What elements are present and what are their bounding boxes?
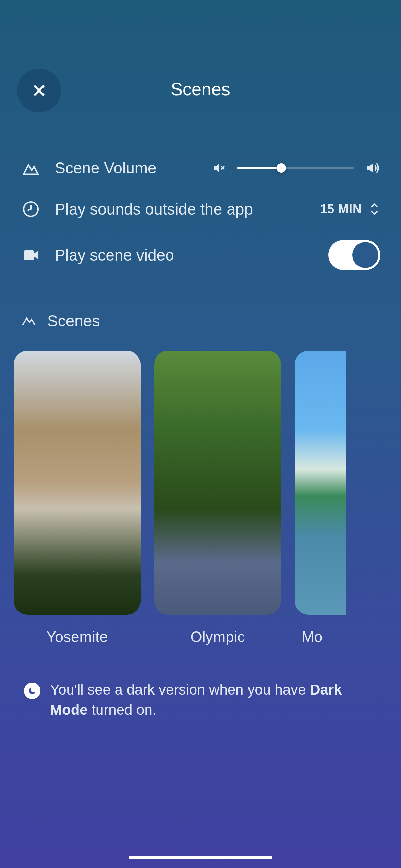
scenes-label: Scenes xyxy=(47,312,100,330)
scenes-header: Scenes xyxy=(21,312,401,351)
volume-slider-fill xyxy=(237,167,281,169)
chevron-down-icon xyxy=(368,209,380,216)
play-video-toggle[interactable] xyxy=(328,240,380,270)
play-outside-label: Play sounds outside the app xyxy=(55,200,320,218)
setting-play-outside: Play sounds outside the app 15 MIN xyxy=(21,189,380,230)
scene-name: Mo xyxy=(295,628,346,646)
scene-image xyxy=(14,351,141,615)
scenes-section: Scenes nali Yosemite Olympic Mo xyxy=(0,294,401,646)
chevron-up-icon xyxy=(368,203,380,209)
dark-mode-text: You'll see a dark version when you have … xyxy=(50,680,374,720)
play-video-label: Play scene video xyxy=(55,246,328,264)
close-button[interactable] xyxy=(17,69,61,112)
scene-image xyxy=(295,351,346,615)
scene-image xyxy=(154,351,281,615)
setting-scene-volume: Scene Volume xyxy=(21,147,380,189)
toggle-knob xyxy=(352,242,378,268)
settings-list: Scene Volume xyxy=(0,120,401,280)
mountains-small-icon xyxy=(21,313,37,329)
close-icon xyxy=(31,82,47,99)
svg-rect-1 xyxy=(24,250,34,260)
setting-play-video: Play scene video xyxy=(21,230,380,280)
note-before: You'll see a dark version when you have xyxy=(50,682,310,698)
scene-card-mo[interactable]: Mo xyxy=(295,351,346,646)
clock-icon xyxy=(21,199,41,219)
stepper-arrows[interactable] xyxy=(368,203,380,216)
video-icon xyxy=(21,245,41,265)
volume-slider-thumb[interactable] xyxy=(277,163,286,173)
header: Scenes xyxy=(0,0,401,120)
duration-value: 15 MIN xyxy=(320,202,362,216)
scene-card-olympic[interactable]: Olympic xyxy=(154,351,281,646)
scene-name: Olympic xyxy=(154,628,281,646)
volume-loud-icon[interactable] xyxy=(364,160,380,176)
note-after: turned on. xyxy=(88,702,157,718)
scene-volume-label: Scene Volume xyxy=(55,159,210,177)
scene-name: Yosemite xyxy=(14,628,141,646)
scene-card-yosemite[interactable]: Yosemite xyxy=(14,351,141,646)
home-indicator[interactable] xyxy=(129,856,272,859)
volume-controls xyxy=(210,160,380,176)
scenes-carousel[interactable]: nali Yosemite Olympic Mo xyxy=(0,351,401,646)
mountains-icon xyxy=(21,158,41,178)
duration-stepper[interactable]: 15 MIN xyxy=(320,202,380,216)
moon-icon xyxy=(24,683,40,699)
dark-mode-note: You'll see a dark version when you have … xyxy=(0,646,401,720)
volume-mute-icon[interactable] xyxy=(210,160,227,176)
volume-slider[interactable] xyxy=(237,167,354,169)
